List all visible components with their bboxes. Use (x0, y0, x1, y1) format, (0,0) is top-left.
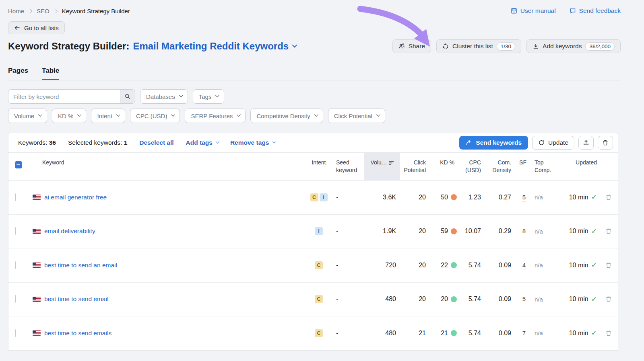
row-delete-button[interactable] (599, 330, 618, 336)
databases-filter-dropdown[interactable]: Databases (140, 89, 188, 104)
updated-check-icon: ✓ (591, 329, 597, 337)
select-all-checkbox[interactable] (15, 161, 22, 168)
intent-commercial-badge[interactable]: C (315, 295, 323, 303)
row-delete-button[interactable] (599, 262, 618, 269)
serp-features-count[interactable]: 7 (522, 330, 526, 337)
send-feedback-link[interactable]: Send feedback (570, 7, 621, 14)
row-checkbox[interactable] (15, 227, 16, 235)
row-delete-button[interactable] (599, 296, 618, 302)
row-checkbox[interactable] (15, 295, 16, 303)
chevron-down-icon (314, 113, 318, 117)
list-name-dropdown[interactable]: Email Marketing Reddit Keywords (133, 39, 289, 53)
updated-check-icon: ✓ (591, 261, 597, 269)
export-button[interactable] (578, 136, 594, 150)
competitive-density-filter-dropdown[interactable]: Competitive Density (250, 109, 323, 123)
delete-list-button[interactable] (598, 136, 613, 150)
keyword-strategy-builder-page: Home SEO Keyword Strategy Builder User m… (0, 0, 644, 361)
row-delete-button[interactable] (599, 194, 618, 201)
breadcrumb-separator-icon (29, 9, 33, 13)
keyword-filter-input[interactable] (8, 89, 120, 104)
volume-filter-dropdown[interactable]: Volume (8, 109, 47, 123)
chevron-down-icon[interactable] (292, 42, 297, 47)
remove-tags-dropdown[interactable]: Remove tags (230, 139, 275, 146)
row-checkbox[interactable] (15, 329, 16, 337)
table-row: best time to send email C - 480 20 20 5.… (8, 283, 618, 317)
header-keyword[interactable]: Keyword (31, 153, 305, 180)
keyword-link[interactable]: best time to send emails (44, 330, 111, 337)
keyword-link[interactable]: email deliverability (44, 228, 95, 235)
header-sf[interactable]: SF (513, 153, 529, 180)
top-comp-cell: n/a (529, 194, 559, 201)
serp-features-count[interactable]: 5 (522, 194, 526, 201)
breadcrumb-home[interactable]: Home (8, 8, 24, 14)
row-delete-button[interactable] (599, 228, 618, 234)
competitive-density-filter-label: Competitive Density (256, 113, 310, 119)
download-icon (533, 43, 539, 49)
intent-commercial-badge[interactable]: C (315, 329, 323, 337)
click-potential-filter-label: Click Potential (334, 113, 372, 119)
tab-table[interactable]: Table (42, 67, 59, 80)
go-to-all-lists-button[interactable]: Go to all lists (8, 21, 65, 34)
trash-icon (605, 228, 612, 234)
view-tabs: Pages Table (8, 67, 621, 80)
intent-informational-badge[interactable]: I (320, 193, 328, 201)
header-click-potential[interactable]: Click Potential (400, 153, 428, 180)
seed-keyword-cell: - (332, 228, 364, 235)
header-com-density[interactable]: Com. Density (483, 153, 513, 180)
header-volume[interactable]: Volume (364, 153, 400, 180)
user-manual-link[interactable]: User manual (511, 7, 556, 14)
breadcrumb-current: Keyword Strategy Builder (62, 8, 130, 14)
intent-filter-dropdown[interactable]: Intent (91, 109, 125, 123)
send-keywords-button[interactable]: Send keywords (459, 136, 528, 150)
trash-icon (605, 330, 612, 336)
cpc-cell: 5.74 (459, 295, 483, 303)
header-kd[interactable]: KD % (428, 153, 459, 180)
intent-commercial-badge[interactable]: C (315, 261, 323, 269)
header-cpc[interactable]: CPC (USD) (459, 153, 483, 180)
serp-features-filter-dropdown[interactable]: SERP Features (185, 109, 246, 123)
volume-filter-label: Volume (14, 113, 34, 119)
filter-row-primary: Databases Tags (8, 89, 621, 104)
kd-filter-dropdown[interactable]: KD % (52, 109, 86, 123)
table-row: best time to send an email C - 720 20 22… (8, 248, 618, 283)
tags-filter-dropdown[interactable]: Tags (193, 89, 225, 104)
search-icon (124, 93, 131, 100)
deselect-all-link[interactable]: Deselect all (139, 139, 173, 146)
row-checkbox[interactable] (15, 193, 16, 201)
table-toolbar: Keywords: 36 Selected keywords: 1 Desele… (8, 133, 618, 152)
keyword-link[interactable]: best time to send email (44, 295, 108, 303)
breadcrumb-seo[interactable]: SEO (37, 8, 50, 14)
intent-informational-badge[interactable]: I (315, 227, 323, 235)
keyword-link[interactable]: ai email generator free (44, 194, 107, 201)
serp-features-count[interactable]: 8 (522, 228, 526, 235)
search-button[interactable] (120, 89, 135, 104)
top-comp-cell: n/a (529, 262, 559, 269)
kd-cell: 21 (428, 330, 459, 337)
kd-filter-label: KD % (58, 113, 73, 119)
cluster-this-list-button[interactable]: Cluster this list 1/30 (436, 39, 521, 53)
cpc-filter-dropdown[interactable]: CPC (USD) (130, 109, 180, 123)
header-intent[interactable]: Intent (305, 153, 332, 180)
trash-icon (605, 296, 612, 302)
click-potential-cell: 20 (400, 262, 428, 269)
add-keywords-button[interactable]: Add keywords 36/2,000 (526, 39, 621, 53)
row-checkbox[interactable] (15, 261, 16, 269)
header-updated[interactable]: Updated (559, 153, 599, 180)
header-seed-keyword[interactable]: Seed keyword (332, 153, 364, 180)
chevron-down-icon (216, 140, 219, 143)
click-potential-filter-dropdown[interactable]: Click Potential (328, 109, 385, 123)
update-button[interactable]: Update (532, 136, 574, 150)
serp-features-count[interactable]: 5 (522, 295, 526, 303)
serp-features-count[interactable]: 4 (522, 262, 526, 269)
add-tags-dropdown[interactable]: Add tags (186, 139, 218, 146)
keyword-link[interactable]: best time to send an email (44, 262, 117, 269)
header-top-comp[interactable]: Top Comp. (529, 153, 559, 180)
kd-difficulty-dot (451, 262, 457, 268)
tab-pages[interactable]: Pages (8, 67, 28, 80)
share-button[interactable]: Share (392, 39, 431, 53)
cpc-cell: 1.23 (459, 194, 483, 201)
cluster-usage-badge: 1/30 (497, 42, 515, 51)
update-label: Update (548, 139, 568, 146)
title-row: Keyword Strategy Builder: Email Marketin… (8, 39, 621, 53)
intent-commercial-badge[interactable]: C (310, 193, 318, 201)
